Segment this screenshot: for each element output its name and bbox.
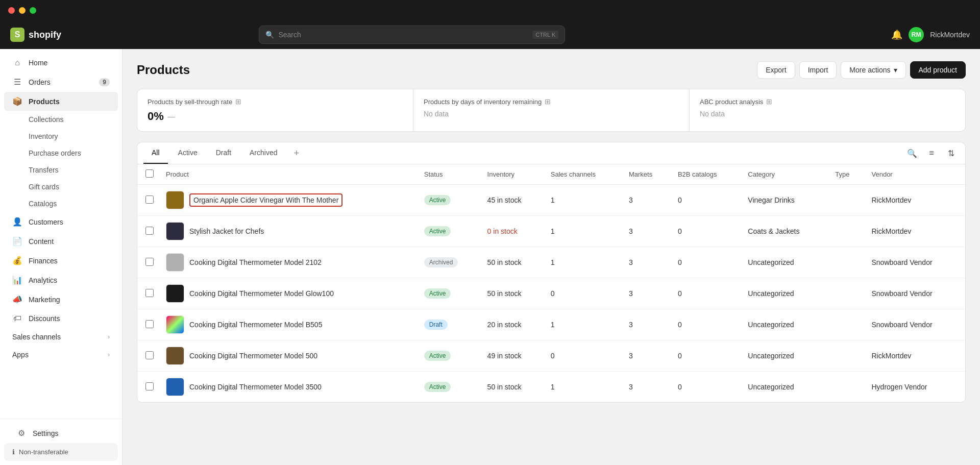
table-row[interactable]: Cooking Digital Thermometer Model B505 D… (137, 309, 965, 340)
product-inventory: 50 in stock (481, 278, 545, 309)
sidebar-bottom: ⚙ Settings ℹ Non-transferable (0, 419, 122, 465)
stat-abc-analysis: ABC product analysis ⊞ No data (690, 89, 965, 131)
table-row[interactable]: Organic Apple Cider Vinegar With The Mot… (137, 185, 965, 216)
table-row[interactable]: Cooking Digital Thermometer Model Glow10… (137, 278, 965, 309)
stat-days-inventory-title: Products by days of inventory remaining (424, 98, 542, 106)
product-sales-channels: 1 (545, 216, 623, 247)
product-category: Uncategorized (742, 372, 829, 403)
sidebar-item-finances[interactable]: 💰 Finances (4, 251, 118, 270)
sidebar-item-marketing-label: Marketing (29, 296, 60, 304)
row-checkbox[interactable] (145, 195, 154, 204)
status-badge: Archived (424, 257, 458, 267)
col-vendor: Vendor (866, 164, 966, 185)
minimize-dot[interactable] (19, 7, 26, 14)
discounts-icon: 🏷 (12, 314, 22, 323)
sidebar-item-analytics-label: Analytics (29, 276, 57, 284)
sidebar-item-apps[interactable]: Apps › (4, 346, 118, 363)
logo[interactable]: S shopify (10, 28, 92, 42)
col-inventory: Inventory (481, 164, 545, 185)
sidebar-item-home-label: Home (29, 59, 47, 67)
add-product-button[interactable]: Add product (910, 61, 966, 79)
product-status: Active (418, 278, 481, 309)
status-badge: Active (424, 351, 451, 361)
product-name: Cooking Digital Thermometer Model 2102 (189, 258, 322, 267)
table-row[interactable]: Cooking Digital Thermometer Model 500 Ac… (137, 340, 965, 372)
close-dot[interactable] (8, 7, 15, 14)
tab-draft[interactable]: Draft (208, 142, 239, 164)
product-markets: 3 (623, 372, 672, 403)
sidebar-item-customers[interactable]: 👤 Customers (4, 212, 118, 231)
row-checkbox[interactable] (145, 289, 154, 297)
product-sales-channels: 1 (545, 309, 623, 340)
stat-info-icon-3[interactable]: ⊞ (766, 97, 772, 106)
sidebar-item-transfers[interactable]: Transfers (4, 162, 118, 178)
non-transferable-banner[interactable]: ℹ Non-transferable (4, 443, 118, 461)
search-filter-icon[interactable]: 🔍 (904, 145, 920, 161)
product-markets: 3 (623, 309, 672, 340)
maximize-dot[interactable] (30, 7, 36, 14)
select-all-checkbox[interactable] (145, 169, 154, 178)
col-sales-channels: Sales channels (545, 164, 623, 185)
main-layout: ⌂ Home ☰ Orders 9 📦 Products Collections… (0, 49, 980, 465)
filter-icon[interactable]: ≡ (923, 145, 940, 161)
search-bar[interactable]: 🔍 CTRL K (259, 26, 565, 44)
sidebar-item-gift-cards-label: Gift cards (29, 183, 59, 191)
sidebar-item-analytics[interactable]: 📊 Analytics (4, 271, 118, 289)
notification-bell-icon[interactable]: 🔔 (891, 29, 902, 40)
sidebar-item-inventory[interactable]: Inventory (4, 128, 118, 144)
topnav: S shopify 🔍 CTRL K 🔔 RM RickMortdev (0, 20, 980, 49)
tab-add-button[interactable]: + (288, 144, 306, 163)
product-thumbnail (166, 253, 184, 272)
row-checkbox[interactable] (145, 382, 154, 390)
product-thumbnail (166, 347, 184, 365)
sidebar-item-purchase-orders[interactable]: Purchase orders (4, 145, 118, 161)
product-vendor: RickMortdev (866, 185, 966, 216)
row-checkbox[interactable] (145, 320, 154, 328)
info-circle-icon: ℹ (12, 448, 15, 456)
product-status: Archived (418, 247, 481, 278)
sort-icon[interactable]: ⇅ (943, 145, 959, 161)
sidebar-item-content[interactable]: 📄 Content (4, 232, 118, 251)
product-sales-channels: 1 (545, 372, 623, 403)
sidebar-item-marketing[interactable]: 📣 Marketing (4, 290, 118, 309)
product-thumbnail (166, 378, 184, 396)
col-type: Type (829, 164, 865, 185)
avatar[interactable]: RM (909, 27, 924, 42)
product-vendor: RickMortdev (866, 216, 966, 247)
sidebar-item-settings[interactable]: ⚙ Settings (8, 424, 114, 443)
product-b2b-catalogs: 0 (672, 372, 742, 403)
stat-info-icon[interactable]: ⊞ (235, 97, 241, 106)
row-checkbox[interactable] (145, 227, 154, 235)
sidebar-item-orders[interactable]: ☰ Orders 9 (4, 72, 118, 91)
header-actions: Export Import More actions ▾ Add product (757, 61, 966, 79)
table-row[interactable]: Stylish Jacket for Chefs Active 0 in sto… (137, 216, 965, 247)
product-markets: 3 (623, 247, 672, 278)
tab-active[interactable]: Active (170, 142, 206, 164)
search-input[interactable] (278, 31, 528, 39)
import-button[interactable]: Import (799, 61, 837, 79)
sidebar: ⌂ Home ☰ Orders 9 📦 Products Collections… (0, 49, 122, 465)
tab-all[interactable]: All (143, 142, 168, 164)
row-checkbox[interactable] (145, 351, 154, 359)
sidebar-item-gift-cards[interactable]: Gift cards (4, 179, 118, 195)
table-row[interactable]: Cooking Digital Thermometer Model 3500 A… (137, 372, 965, 403)
stat-sell-through: Products by sell-through rate ⊞ 0% — (137, 89, 413, 131)
username: RickMortdev (930, 31, 970, 39)
sidebar-item-sales-channels[interactable]: Sales channels › (4, 328, 118, 346)
sidebar-item-home[interactable]: ⌂ Home (4, 54, 118, 72)
chevron-down-icon: ▾ (894, 66, 897, 74)
export-button[interactable]: Export (757, 61, 795, 79)
product-markets: 3 (623, 185, 672, 216)
more-actions-button[interactable]: More actions ▾ (841, 61, 905, 79)
sidebar-item-products[interactable]: 📦 Products (4, 92, 118, 111)
tabs-row: All Active Draft Archived + 🔍 ≡ ⇅ (137, 142, 966, 164)
table-row[interactable]: Cooking Digital Thermometer Model 2102 A… (137, 247, 965, 278)
sidebar-item-catalogs[interactable]: Catalogs (4, 195, 118, 212)
sidebar-item-discounts[interactable]: 🏷 Discounts (4, 309, 118, 328)
product-b2b-catalogs: 0 (672, 309, 742, 340)
stat-info-icon-2[interactable]: ⊞ (545, 97, 551, 106)
tab-archived[interactable]: Archived (241, 142, 285, 164)
sidebar-item-collections[interactable]: Collections (4, 111, 118, 128)
row-checkbox[interactable] (145, 258, 154, 266)
product-thumbnail (166, 284, 184, 303)
